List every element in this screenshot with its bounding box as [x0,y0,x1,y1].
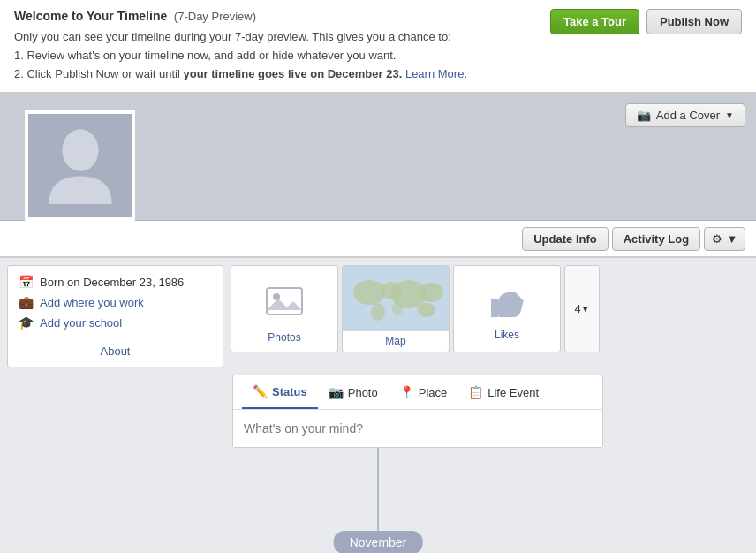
take-tour-button[interactable]: Take a Tour [550,9,639,34]
likes-section[interactable]: Likes [453,265,561,352]
profile-area: 📷 Add a Cover ▼ [0,93,756,221]
photos-icon [258,275,311,328]
settings-caret: ▼ [726,232,737,246]
update-info-button[interactable]: Update Info [522,227,609,251]
notification-title: Welcome to Your Timeline [14,9,167,23]
svg-point-9 [371,303,385,321]
birthday-icon: 📅 [19,275,34,289]
tab-place-label: Place [419,386,448,399]
notification-step2: 2. Click Publish Now or wait until your … [14,65,536,84]
born-item: 📅 Born on December 23, 1986 [19,275,212,289]
post-tabs: ✏️ Status 📷 Photo 📍 Place 📋 [233,375,602,410]
photos-section[interactable]: Photos [231,265,338,352]
month-badge-container: November [334,527,423,553]
notification-body: Only you can see your timeline during yo… [14,28,536,83]
likes-icon [480,276,533,325]
place-icon: 📍 [399,385,414,399]
more-caret: ▼ [581,304,590,314]
publish-now-button[interactable]: Publish Now [646,9,742,34]
notification-bar: Welcome to Your Timeline (7-Day Preview)… [0,0,756,93]
born-text: Born on December 23, 1986 [40,276,184,289]
about-box: 📅 Born on December 23, 1986 💼 Add where … [7,265,223,367]
notification-content: Welcome to Your Timeline (7-Day Preview)… [14,9,536,83]
tab-photo-label: Photo [348,386,378,399]
profile-info-bar: Update Info Activity Log ⚙ ▼ [0,221,756,258]
school-icon: 🎓 [19,315,34,330]
notification-actions: Take a Tour Publish Now [550,9,742,34]
add-cover-button[interactable]: 📷 Add a Cover ▼ [625,103,745,127]
tab-photo[interactable]: 📷 Photo [318,375,389,409]
photo-icon: 📷 [329,385,344,399]
activity-log-button[interactable]: Activity Log [612,227,700,251]
mini-sections: Photos [231,265,749,352]
status-icon: ✏️ [253,384,268,398]
cover-area: 📷 Add a Cover ▼ [0,93,756,220]
svg-point-4 [353,280,385,305]
add-cover-label: Add a Cover [656,109,720,122]
svg-point-10 [392,301,403,315]
notification-line1: Only you can see your timeline during yo… [14,28,536,47]
more-count: 4 [574,302,580,315]
left-sidebar: 📅 Born on December 23, 1986 💼 Add where … [7,265,223,367]
post-box-area: ✏️ Status 📷 Photo 📍 Place 📋 [223,375,749,448]
month-badge: November [334,531,423,553]
svg-point-0 [62,130,98,172]
profile-photo [25,110,135,221]
photos-label: Photos [268,331,300,344]
school-item: 🎓 Add your school [19,315,212,330]
camera-icon: 📷 [637,109,651,122]
notification-preview: (7-Day Preview) [174,10,256,23]
main-content: ✏️ Status 📷 Photo 📍 Place 📋 [0,367,756,553]
post-input[interactable] [233,410,602,447]
step2-period: . [464,67,467,80]
more-sections-button[interactable]: 4 ▼ [564,265,600,352]
page-wrapper: Welcome to Your Timeline (7-Day Preview)… [0,0,756,553]
caret-down-icon: ▼ [725,110,734,120]
work-item: 💼 Add where you work [19,295,212,309]
gear-icon: ⚙ [712,232,722,246]
sections-row: 📅 Born on December 23, 1986 💼 Add where … [0,258,756,367]
tab-place[interactable]: 📍 Place [389,375,458,409]
notification-step1: 1. Review what's on your timeline now, a… [14,47,536,65]
map-section[interactable]: Map [342,265,450,352]
tab-status[interactable]: ✏️ Status [242,375,318,409]
bottom-timeline-area: November [7,448,749,553]
svg-rect-1 [267,288,302,314]
life-event-icon: 📋 [468,385,483,399]
svg-point-8 [418,303,435,317]
step2-bold: your timeline goes live on December 23. [183,67,402,80]
step2-pre: 2. Click Publish Now or wait until [14,67,183,80]
tab-life-event[interactable]: 📋 Life Event [457,375,549,409]
map-thumbnail [343,266,449,331]
tab-status-label: Status [272,385,307,398]
about-link[interactable]: About [19,337,212,358]
settings-button[interactable]: ⚙ ▼ [704,227,745,251]
learn-more-link[interactable]: Learn More [405,67,464,80]
likes-label: Likes [495,329,519,341]
left-column-spacer [7,375,223,448]
avatar-silhouette-icon [45,124,116,208]
svg-point-7 [419,283,443,302]
add-work-link[interactable]: Add where you work [40,296,144,309]
tab-life-event-label: Life Event [488,386,539,399]
post-box: ✏️ Status 📷 Photo 📍 Place 📋 [232,375,603,448]
add-school-link[interactable]: Add your school [40,316,122,330]
work-icon: 💼 [19,295,34,309]
map-label: Map [385,335,405,347]
